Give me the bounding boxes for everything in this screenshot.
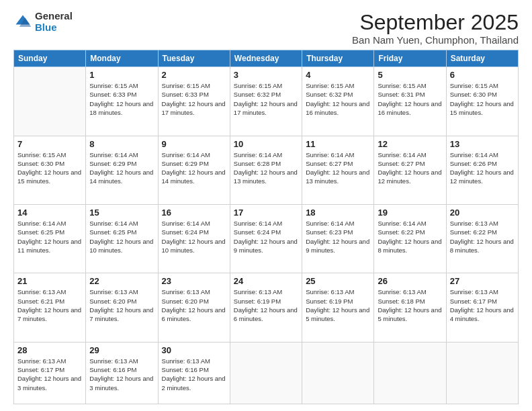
day-info: Sunrise: 6:14 AMSunset: 6:26 PMDaylight:… <box>450 150 515 186</box>
day-number: 10 <box>234 139 298 149</box>
day-number: 5 <box>378 70 442 80</box>
logo-icon <box>13 13 32 32</box>
col-monday: Monday <box>86 50 158 67</box>
table-row: 8 Sunrise: 6:14 AMSunset: 6:29 PMDayligh… <box>86 136 158 204</box>
table-row: 18 Sunrise: 6:14 AMSunset: 6:23 PMDaylig… <box>302 205 374 273</box>
day-number: 12 <box>378 139 442 149</box>
day-info: Sunrise: 6:14 AMSunset: 6:28 PMDaylight:… <box>234 150 298 186</box>
day-number: 29 <box>89 345 154 355</box>
day-info: Sunrise: 6:13 AMSunset: 6:20 PMDaylight:… <box>162 287 226 323</box>
day-number: 8 <box>89 139 154 149</box>
calendar-header-row: Sunday Monday Tuesday Wednesday Thursday… <box>14 50 519 67</box>
day-info: Sunrise: 6:14 AMSunset: 6:25 PMDaylight:… <box>89 219 154 255</box>
day-number: 4 <box>306 70 370 80</box>
day-number: 1 <box>89 70 154 80</box>
day-number: 21 <box>17 276 82 286</box>
logo-text: General Blue <box>35 11 73 33</box>
day-number: 28 <box>17 345 82 355</box>
day-number: 7 <box>17 139 82 149</box>
day-info: Sunrise: 6:13 AMSunset: 6:21 PMDaylight:… <box>17 287 82 323</box>
day-info: Sunrise: 6:14 AMSunset: 6:29 PMDaylight:… <box>162 150 226 186</box>
table-row: 27 Sunrise: 6:13 AMSunset: 6:17 PMDaylig… <box>446 273 518 342</box>
day-number: 23 <box>162 276 226 286</box>
day-info: Sunrise: 6:13 AMSunset: 6:17 PMDaylight:… <box>450 287 515 323</box>
table-row: 19 Sunrise: 6:14 AMSunset: 6:22 PMDaylig… <box>374 205 446 273</box>
day-number: 14 <box>17 208 82 218</box>
day-info: Sunrise: 6:14 AMSunset: 6:22 PMDaylight:… <box>378 219 442 255</box>
table-row: 6 Sunrise: 6:15 AMSunset: 6:30 PMDayligh… <box>446 67 518 136</box>
table-row <box>302 342 374 404</box>
col-tuesday: Tuesday <box>158 50 230 67</box>
day-number: 17 <box>234 208 298 218</box>
day-info: Sunrise: 6:14 AMSunset: 6:27 PMDaylight:… <box>378 150 442 186</box>
table-row <box>230 342 302 404</box>
table-row: 21 Sunrise: 6:13 AMSunset: 6:21 PMDaylig… <box>14 273 86 342</box>
day-number: 24 <box>234 276 298 286</box>
day-info: Sunrise: 6:15 AMSunset: 6:32 PMDaylight:… <box>306 81 370 117</box>
calendar-table: Sunday Monday Tuesday Wednesday Thursday… <box>13 50 519 404</box>
col-sunday: Sunday <box>14 50 86 67</box>
day-info: Sunrise: 6:13 AMSunset: 6:19 PMDaylight:… <box>306 287 370 323</box>
table-row: 11 Sunrise: 6:14 AMSunset: 6:27 PMDaylig… <box>302 136 374 204</box>
table-row: 15 Sunrise: 6:14 AMSunset: 6:25 PMDaylig… <box>86 205 158 273</box>
col-friday: Friday <box>374 50 446 67</box>
day-number: 13 <box>450 139 515 149</box>
day-info: Sunrise: 6:14 AMSunset: 6:27 PMDaylight:… <box>306 150 370 186</box>
logo-general: General <box>35 11 73 22</box>
logo-blue: Blue <box>35 22 73 34</box>
day-number: 9 <box>162 139 226 149</box>
day-info: Sunrise: 6:13 AMSunset: 6:16 PMDaylight:… <box>89 357 154 392</box>
table-row: 26 Sunrise: 6:13 AMSunset: 6:18 PMDaylig… <box>374 273 446 342</box>
table-row: 4 Sunrise: 6:15 AMSunset: 6:32 PMDayligh… <box>302 67 374 136</box>
day-number: 20 <box>450 208 515 218</box>
col-thursday: Thursday <box>302 50 374 67</box>
table-row: 16 Sunrise: 6:14 AMSunset: 6:24 PMDaylig… <box>158 205 230 273</box>
day-number: 27 <box>450 276 515 286</box>
day-info: Sunrise: 6:15 AMSunset: 6:33 PMDaylight:… <box>89 81 154 117</box>
table-row: 3 Sunrise: 6:15 AMSunset: 6:32 PMDayligh… <box>230 67 302 136</box>
day-number: 11 <box>306 139 370 149</box>
table-row: 20 Sunrise: 6:13 AMSunset: 6:22 PMDaylig… <box>446 205 518 273</box>
day-number: 2 <box>162 70 226 80</box>
table-row: 24 Sunrise: 6:13 AMSunset: 6:19 PMDaylig… <box>230 273 302 342</box>
table-row <box>14 67 86 136</box>
page: General Blue September 2025 Ban Nam Yuen… <box>0 0 532 411</box>
day-info: Sunrise: 6:15 AMSunset: 6:30 PMDaylight:… <box>450 81 515 117</box>
day-info: Sunrise: 6:15 AMSunset: 6:32 PMDaylight:… <box>234 81 298 117</box>
table-row: 12 Sunrise: 6:14 AMSunset: 6:27 PMDaylig… <box>374 136 446 204</box>
table-row: 1 Sunrise: 6:15 AMSunset: 6:33 PMDayligh… <box>86 67 158 136</box>
day-info: Sunrise: 6:14 AMSunset: 6:29 PMDaylight:… <box>89 150 154 186</box>
day-number: 25 <box>306 276 370 286</box>
day-info: Sunrise: 6:15 AMSunset: 6:30 PMDaylight:… <box>17 150 82 186</box>
day-number: 22 <box>89 276 154 286</box>
header: General Blue September 2025 Ban Nam Yuen… <box>13 11 519 46</box>
day-info: Sunrise: 6:14 AMSunset: 6:23 PMDaylight:… <box>306 219 370 255</box>
day-number: 18 <box>306 208 370 218</box>
table-row: 13 Sunrise: 6:14 AMSunset: 6:26 PMDaylig… <box>446 136 518 204</box>
title-location: Ban Nam Yuen, Chumphon, Thailand <box>352 34 519 46</box>
day-info: Sunrise: 6:13 AMSunset: 6:20 PMDaylight:… <box>89 287 154 323</box>
day-number: 6 <box>450 70 515 80</box>
day-info: Sunrise: 6:14 AMSunset: 6:24 PMDaylight:… <box>162 219 226 255</box>
col-saturday: Saturday <box>446 50 518 67</box>
day-info: Sunrise: 6:13 AMSunset: 6:16 PMDaylight:… <box>162 357 226 392</box>
table-row: 2 Sunrise: 6:15 AMSunset: 6:33 PMDayligh… <box>158 67 230 136</box>
logo: General Blue <box>13 11 73 33</box>
title-month: September 2025 <box>352 11 519 34</box>
day-info: Sunrise: 6:15 AMSunset: 6:33 PMDaylight:… <box>162 81 226 117</box>
day-number: 16 <box>162 208 226 218</box>
day-info: Sunrise: 6:15 AMSunset: 6:31 PMDaylight:… <box>378 81 442 117</box>
day-number: 30 <box>162 345 226 355</box>
table-row: 28 Sunrise: 6:13 AMSunset: 6:17 PMDaylig… <box>14 342 86 404</box>
day-number: 15 <box>89 208 154 218</box>
day-info: Sunrise: 6:14 AMSunset: 6:24 PMDaylight:… <box>234 219 298 255</box>
table-row: 17 Sunrise: 6:14 AMSunset: 6:24 PMDaylig… <box>230 205 302 273</box>
table-row <box>446 342 518 404</box>
day-info: Sunrise: 6:13 AMSunset: 6:19 PMDaylight:… <box>234 287 298 323</box>
table-row: 23 Sunrise: 6:13 AMSunset: 6:20 PMDaylig… <box>158 273 230 342</box>
table-row: 22 Sunrise: 6:13 AMSunset: 6:20 PMDaylig… <box>86 273 158 342</box>
table-row: 25 Sunrise: 6:13 AMSunset: 6:19 PMDaylig… <box>302 273 374 342</box>
table-row: 7 Sunrise: 6:15 AMSunset: 6:30 PMDayligh… <box>14 136 86 204</box>
day-info: Sunrise: 6:14 AMSunset: 6:25 PMDaylight:… <box>17 219 82 255</box>
day-number: 19 <box>378 208 442 218</box>
